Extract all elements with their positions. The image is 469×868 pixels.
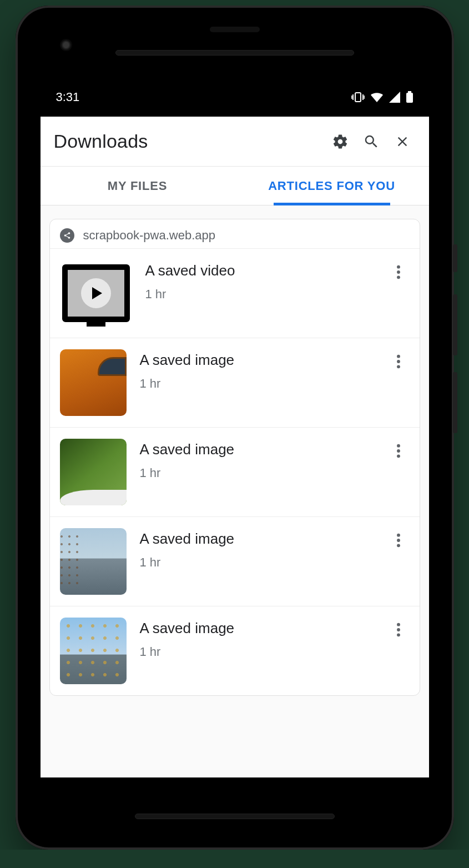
earpiece (210, 27, 260, 32)
thumbnail-image (60, 439, 127, 505)
search-button[interactable] (356, 126, 387, 157)
content-area[interactable]: scrapbook-pwa.web.app A saved video 1 hr (41, 205, 429, 777)
svg-rect-1 (406, 93, 413, 103)
item-menu-button[interactable] (387, 440, 410, 462)
svg-point-17 (397, 633, 400, 636)
item-time: 1 hr (140, 466, 374, 480)
thumbnail-video (60, 260, 132, 327)
volume-up-button (453, 294, 457, 355)
more-vert-icon (396, 264, 401, 280)
item-title: A saved image (140, 620, 374, 637)
wifi-icon (370, 92, 384, 103)
thumbnail-image (60, 528, 127, 595)
status-icons (351, 91, 413, 103)
svg-point-4 (397, 270, 400, 274)
item-title: A saved image (140, 352, 374, 369)
list-item[interactable]: A saved image 1 hr (50, 338, 420, 427)
svg-point-3 (397, 265, 400, 269)
tabs: MY FILES ARTICLES FOR YOU (41, 167, 429, 205)
item-time: 1 hr (140, 377, 374, 391)
group-source: scrapbook-pwa.web.app (83, 228, 215, 243)
more-vert-icon (396, 354, 401, 369)
settings-button[interactable] (325, 126, 356, 157)
page-title: Downloads (54, 131, 325, 152)
bottom-speaker (135, 814, 335, 819)
svg-point-13 (397, 539, 400, 542)
thumbnail-image (60, 618, 127, 684)
close-button[interactable] (387, 126, 418, 157)
tab-articles-for-you[interactable]: ARTICLES FOR YOU (235, 167, 429, 205)
svg-point-15 (397, 623, 400, 626)
svg-rect-2 (408, 91, 411, 93)
tv-icon (62, 264, 130, 322)
cellular-icon (389, 92, 400, 103)
group-header: scrapbook-pwa.web.app (50, 219, 420, 248)
list-item[interactable]: A saved image 1 hr (50, 516, 420, 606)
item-menu-button[interactable] (387, 261, 410, 283)
vibrate-icon (351, 92, 365, 103)
item-time: 1 hr (140, 645, 374, 659)
list-item[interactable]: A saved image 1 hr (50, 606, 420, 695)
svg-point-8 (397, 365, 400, 368)
play-icon (81, 278, 111, 308)
close-icon (395, 134, 410, 149)
list-item[interactable]: A saved video 1 hr (50, 248, 420, 338)
item-title: A saved image (140, 530, 374, 548)
svg-rect-0 (355, 93, 361, 102)
screen: 3:31 Downloads MY FILES ARTICLES FOR YOU (41, 78, 429, 777)
item-title: A saved image (140, 441, 374, 458)
svg-point-7 (397, 360, 400, 363)
gear-icon (332, 133, 349, 150)
svg-point-9 (397, 444, 400, 448)
svg-point-10 (397, 449, 400, 453)
share-icon (60, 228, 74, 243)
thumbnail-image (60, 349, 127, 416)
more-vert-icon (396, 622, 401, 638)
svg-point-16 (397, 628, 400, 631)
tab-my-files[interactable]: MY FILES (41, 167, 235, 205)
list-item[interactable]: A saved image 1 hr (50, 427, 420, 516)
article-group-card: scrapbook-pwa.web.app A saved video 1 hr (49, 219, 420, 696)
item-menu-button[interactable] (387, 350, 410, 373)
svg-point-5 (397, 275, 400, 279)
front-camera (60, 39, 72, 51)
item-time: 1 hr (140, 555, 374, 570)
volume-down-button (453, 372, 457, 433)
svg-point-14 (397, 544, 400, 547)
svg-point-6 (397, 355, 400, 358)
svg-point-11 (397, 454, 400, 458)
search-icon (363, 133, 380, 150)
more-vert-icon (396, 443, 401, 459)
item-menu-button[interactable] (387, 619, 410, 641)
item-title: A saved video (145, 262, 374, 279)
battery-icon (406, 91, 413, 103)
status-bar: 3:31 (41, 78, 429, 117)
app-bar: Downloads (41, 117, 429, 167)
power-button (453, 244, 457, 272)
item-time: 1 hr (145, 287, 374, 302)
more-vert-icon (396, 533, 401, 548)
item-menu-button[interactable] (387, 529, 410, 551)
status-time: 3:31 (56, 90, 80, 104)
top-speaker (115, 50, 354, 56)
phone-frame: 3:31 Downloads MY FILES ARTICLES FOR YOU (16, 6, 454, 850)
svg-point-12 (397, 534, 400, 537)
